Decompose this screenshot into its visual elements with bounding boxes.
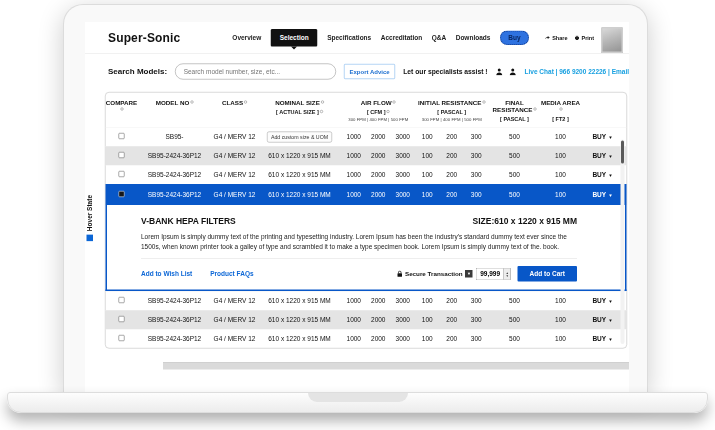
quantity-stepper: ▲▼ <box>476 268 510 280</box>
add-to-cart-button[interactable]: Add to Cart <box>518 266 577 282</box>
class-cell: G4 / MERV 12 <box>212 191 258 199</box>
add-to-wishlist-link[interactable]: Add to Wish List <box>141 270 192 278</box>
scrollbar-thumb[interactable] <box>621 141 624 164</box>
product-faqs-link[interactable]: Product FAQs <box>210 270 253 278</box>
stepper-down-icon[interactable]: ▼ <box>506 274 509 277</box>
search-models-label: Search Models: <box>108 67 167 76</box>
table-row[interactable]: SB95-2424-36P12 G4 / MERV 12 610 x 1220 … <box>106 146 627 165</box>
sort-info-icon <box>321 101 324 104</box>
specialists-assist-text: Let our specialists assist ! <box>403 68 487 76</box>
table-row[interactable]: SB95-2424-36P12 G4 / MERV 12 610 x 1220 … <box>106 165 627 184</box>
col-header-air-flow[interactable]: AIR FLOW [ CFM ] 300 FPM | 400 FPM | 500… <box>342 100 416 123</box>
final-resistance-cell: 500 <box>489 191 541 199</box>
quantity-stepper-arrows[interactable]: ▲▼ <box>504 268 510 279</box>
hover-state-label: Hover State <box>86 195 94 231</box>
final-resistance-cell: 500 <box>489 297 541 305</box>
lock-icon <box>397 271 403 278</box>
laptop-screen-content: Super-Sonic Overview Selection Specifica… <box>85 22 629 393</box>
col-header-model-no[interactable]: MODEL NO <box>138 100 212 107</box>
airflow-cells: 100020003000 <box>342 297 416 305</box>
specialist-avatar-icon[interactable] <box>496 68 504 76</box>
secure-dropdown-button[interactable]: ▼ <box>465 270 473 278</box>
nominal-size-cell: 610 x 1220 x 915 MM <box>258 316 342 324</box>
nav-item-accreditation[interactable]: Accreditation <box>381 34 423 42</box>
model-no-cell: SB95-2424-36P12 <box>138 316 212 324</box>
product-size: SIZE:610 x 1220 x 915 MM <box>473 216 577 226</box>
export-advice-button[interactable]: Export Advice <box>344 64 395 79</box>
sort-info-icon <box>560 107 563 110</box>
media-area-cell: 100 <box>541 191 581 199</box>
media-area-cell: 100 <box>541 335 581 343</box>
compare-checkbox-checked[interactable] <box>119 191 125 197</box>
buy-dropdown[interactable]: BUY▼ <box>581 335 625 343</box>
info-icon <box>387 110 390 113</box>
nav-item-overview[interactable]: Overview <box>232 34 261 42</box>
table-row[interactable]: SB95-2424-36P12 G4 / MERV 12 610 x 1220 … <box>106 329 627 348</box>
airflow-cells: 100020003000 <box>342 335 416 343</box>
nav-item-qa[interactable]: Q&A <box>432 34 446 42</box>
table-scrollbar[interactable] <box>621 140 625 345</box>
models-table: COMPARE MODEL NO CLASS NOMINAL SIZE [ AC… <box>105 92 627 349</box>
sort-info-icon <box>190 101 193 104</box>
initial-resistance-cells: 100200300 <box>415 191 489 199</box>
nav-item-selection-active[interactable]: Selection <box>271 29 318 47</box>
add-custom-size-button[interactable]: Add custom size & UOM <box>267 131 332 142</box>
table-row-selected[interactable]: SB95-2424-36P12 G4 / MERV 12 610 x 1220 … <box>106 184 627 205</box>
class-cell: G4 / MERV 12 <box>212 133 258 141</box>
nav-item-specifications[interactable]: Specifications <box>327 34 371 42</box>
initial-resistance-cells: 100200300 <box>415 133 489 141</box>
nav-buy-button[interactable]: Buy <box>500 31 529 46</box>
buy-dropdown[interactable]: BUY▼ <box>581 316 625 324</box>
livechat-phone-email-links[interactable]: Live Chat | 966 9200 22226 | Email <box>525 68 629 76</box>
col-header-compare[interactable]: COMPARE <box>106 100 138 114</box>
table-row[interactable]: SB95- G4 / MERV 12 Add custom size & UOM… <box>106 127 627 146</box>
quantity-input[interactable] <box>477 268 504 279</box>
product-title: V-BANK HEPA FILTERS <box>141 216 236 226</box>
col-header-class[interactable]: CLASS <box>212 100 258 107</box>
sort-info-icon <box>393 101 396 104</box>
share-icon <box>545 35 551 40</box>
buy-dropdown[interactable]: BUY▼ <box>581 152 625 160</box>
caret-down-icon: ▼ <box>467 272 471 277</box>
media-area-cell: 100 <box>541 171 581 179</box>
search-input[interactable] <box>175 64 336 80</box>
col-header-media-area[interactable]: MEDIA AREA [ FT2 ] <box>541 100 581 122</box>
caret-down-icon: ▼ <box>608 173 612 178</box>
hover-state-annotation: Hover State <box>86 195 94 241</box>
col-header-initial-resistance[interactable]: INITIAL RESISTANCE [ PASCAL ] 300 FPM | … <box>415 100 489 123</box>
buy-dropdown[interactable]: BUY▼ <box>581 171 625 179</box>
product-description: Lorem Ipsum is simply dummy text of the … <box>107 226 625 252</box>
buy-dropdown[interactable]: BUY▼ <box>581 297 625 305</box>
nav-item-downloads[interactable]: Downloads <box>456 34 491 42</box>
caret-down-icon: ▼ <box>608 337 612 342</box>
search-row: Search Models: Export Advice Let our spe… <box>85 54 629 89</box>
compare-checkbox[interactable] <box>119 171 125 177</box>
table-row[interactable]: SB95-2424-36P12 G4 / MERV 12 610 x 1220 … <box>106 291 627 310</box>
product-detail-panel: V-BANK HEPA FILTERS SIZE:610 x 1220 x 91… <box>106 205 627 291</box>
compare-checkbox[interactable] <box>119 316 125 322</box>
main-nav: Overview Selection Specifications Accred… <box>232 29 529 47</box>
col-header-final-resistance[interactable]: FINAL RESISTANCE [ PASCAL ] <box>489 100 541 122</box>
specialist-avatar-icon[interactable] <box>509 68 517 76</box>
share-action[interactable]: Share <box>545 35 568 41</box>
buy-dropdown[interactable]: BUY▼ <box>581 191 625 199</box>
compare-checkbox[interactable] <box>119 335 125 341</box>
table-row[interactable]: SB95-2424-36P12 G4 / MERV 12 610 x 1220 … <box>106 310 627 329</box>
compare-checkbox[interactable] <box>119 152 125 158</box>
col-header-nominal-size[interactable]: NOMINAL SIZE [ ACTUAL SIZE ] <box>258 100 342 115</box>
class-cell: G4 / MERV 12 <box>212 316 258 324</box>
final-resistance-cell: 500 <box>489 133 541 141</box>
laptop-base <box>7 392 708 413</box>
compare-checkbox[interactable] <box>119 297 125 303</box>
buy-dropdown[interactable]: BUY▼ <box>581 133 625 141</box>
table-header-row: COMPARE MODEL NO CLASS NOMINAL SIZE [ AC… <box>106 93 627 128</box>
airflow-cells: 100020003000 <box>342 171 416 179</box>
caret-down-icon: ▼ <box>608 154 612 159</box>
media-area-cell: 100 <box>541 316 581 324</box>
airflow-cells: 100020003000 <box>342 133 416 141</box>
final-resistance-cell: 500 <box>489 335 541 343</box>
nominal-size-cell: 610 x 1220 x 915 MM <box>258 191 342 199</box>
nominal-size-cell: 610 x 1220 x 915 MM <box>258 335 342 343</box>
print-action[interactable]: Print <box>574 35 594 41</box>
compare-checkbox[interactable] <box>119 133 125 139</box>
